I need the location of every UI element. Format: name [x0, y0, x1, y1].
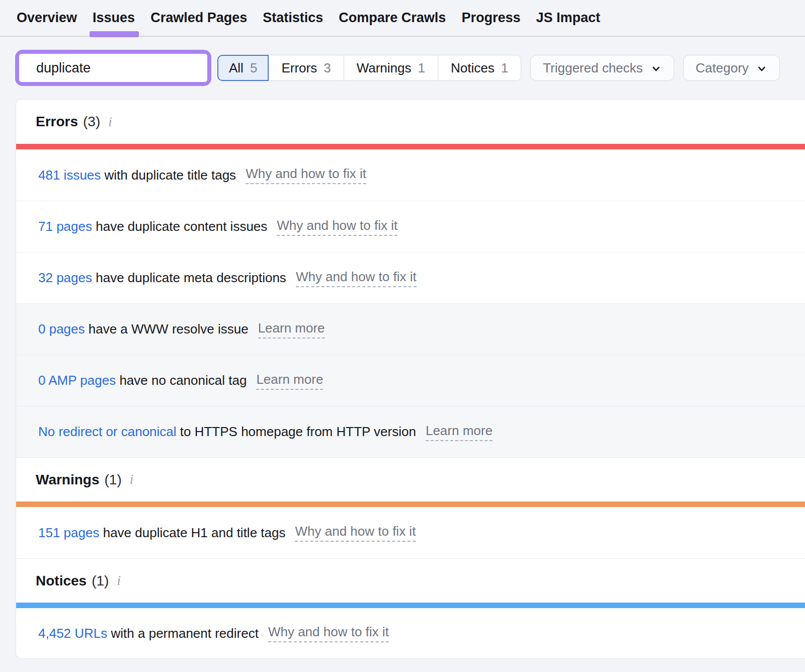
issue-description: have duplicate content issues [92, 219, 267, 234]
filter-all-count: 5 [250, 60, 257, 76]
learn-more-link[interactable]: Learn more [258, 320, 325, 339]
filter-notices[interactable]: Notices 1 [438, 55, 521, 81]
filter-errors[interactable]: Errors 3 [268, 55, 344, 81]
page-background-strip [0, 659, 805, 672]
filter-all-label: All [229, 60, 244, 76]
learn-more-link[interactable]: Learn more [426, 423, 493, 441]
filter-errors-count: 3 [324, 60, 331, 76]
issue-count-link[interactable]: 71 pages [38, 219, 92, 234]
tab-overview[interactable]: Overview [17, 0, 77, 36]
top-navigation: Overview Issues Crawled Pages Statistics… [0, 0, 805, 37]
issue-count-link[interactable]: No redirect or canonical [38, 424, 177, 440]
why-how-to-fix-link[interactable]: Why and how to fix it [277, 218, 397, 236]
issue-row: 71 pages have duplicate content issues W… [16, 201, 805, 252]
issues-list-card: Errors (3) i 481 issues with duplicate t… [16, 99, 805, 659]
tab-js-impact[interactable]: JS Impact [536, 0, 600, 36]
issue-row: 4,452 URLs with a permanent redirect Why… [16, 608, 805, 658]
notices-section-title: Notices [36, 573, 87, 589]
issues-toolbar: All 5 Errors 3 Warnings 1 Notices 1 Trig… [0, 37, 805, 99]
tab-issues-label: Issues [93, 10, 135, 26]
filter-warnings-count: 1 [418, 60, 425, 76]
tab-compare-crawls[interactable]: Compare Crawls [339, 0, 446, 36]
notices-section-header: Notices (1) i [16, 558, 805, 603]
issue-count-link[interactable]: 32 pages [38, 270, 92, 286]
warnings-rows: 151 pages have duplicate H1 and title ta… [16, 507, 805, 558]
filter-notices-label: Notices [451, 60, 495, 76]
issue-description: to HTTPS homepage from HTTP version [177, 424, 416, 440]
info-icon[interactable]: i [117, 573, 121, 589]
issue-count-link[interactable]: 0 AMP pages [38, 373, 116, 388]
tab-crawled-pages[interactable]: Crawled Pages [150, 0, 247, 36]
issue-description: with duplicate title tags [101, 167, 236, 183]
errors-rows: 481 issues with duplicate title tags Why… [16, 149, 805, 457]
issue-count-link[interactable]: 481 issues [38, 167, 101, 183]
why-how-to-fix-link[interactable]: Why and how to fix it [295, 524, 416, 542]
info-icon[interactable]: i [108, 114, 112, 130]
category-dropdown[interactable]: Category [683, 55, 780, 81]
severity-filter-group: All 5 Errors 3 Warnings 1 Notices 1 [217, 55, 521, 81]
issue-search [19, 54, 207, 82]
filter-warnings[interactable]: Warnings 1 [344, 55, 438, 81]
tab-issues[interactable]: Issues [93, 0, 135, 36]
filter-warnings-label: Warnings [357, 60, 412, 76]
filter-notices-count: 1 [501, 60, 508, 76]
warnings-section-header: Warnings (1) i [16, 457, 805, 501]
why-how-to-fix-link[interactable]: Why and how to fix it [268, 624, 389, 642]
triggered-checks-dropdown[interactable]: Triggered checks [530, 55, 674, 81]
chevron-down-icon [756, 63, 767, 74]
errors-section-header: Errors (3) i [16, 100, 805, 144]
issue-description: have duplicate meta descriptions [92, 270, 286, 286]
issue-row: 151 pages have duplicate H1 and title ta… [16, 507, 805, 558]
issue-description: have a WWW resolve issue [85, 321, 249, 337]
errors-section-title: Errors [36, 114, 78, 130]
filter-all[interactable]: All 5 [217, 55, 269, 81]
issue-row: 32 pages have duplicate meta description… [16, 252, 805, 303]
active-tab-underline [90, 31, 139, 37]
chevron-down-icon [651, 63, 662, 74]
why-how-to-fix-link[interactable]: Why and how to fix it [296, 269, 417, 287]
section-warnings: Warnings (1) i 151 pages have duplicate … [16, 457, 805, 558]
tab-statistics[interactable]: Statistics [263, 0, 323, 36]
issue-count-link[interactable]: 0 pages [38, 321, 85, 337]
search-highlight-box [15, 50, 211, 86]
section-notices: Notices (1) i 4,452 URLs with a permanen… [16, 558, 805, 658]
warnings-severity-bar [16, 501, 805, 507]
notices-rows: 4,452 URLs with a permanent redirect Why… [16, 608, 805, 658]
tab-progress[interactable]: Progress [461, 0, 520, 36]
issue-count-link[interactable]: 4,452 URLs [38, 626, 107, 641]
why-how-to-fix-link[interactable]: Why and how to fix it [246, 166, 366, 184]
warnings-section-count: (1) [105, 472, 122, 488]
info-icon[interactable]: i [130, 472, 134, 487]
issue-row: 481 issues with duplicate title tags Why… [16, 149, 805, 201]
issue-description: have duplicate H1 and title tags [99, 525, 285, 541]
issue-description: have no canonical tag [116, 373, 247, 388]
issue-row: 0 pages have a WWW resolve issue Learn m… [16, 303, 805, 355]
warnings-section-title: Warnings [36, 472, 100, 488]
issue-count-link[interactable]: 151 pages [38, 525, 99, 541]
notices-severity-bar [16, 603, 805, 608]
issue-row: No redirect or canonical to HTTPS homepa… [16, 406, 805, 457]
errors-section-count: (3) [83, 114, 100, 130]
learn-more-link[interactable]: Learn more [256, 372, 323, 390]
errors-severity-bar [16, 144, 805, 149]
triggered-checks-label: Triggered checks [543, 60, 642, 76]
category-label: Category [696, 60, 749, 76]
section-errors: Errors (3) i 481 issues with duplicate t… [16, 100, 805, 457]
notices-section-count: (1) [92, 573, 109, 589]
filter-errors-label: Errors [281, 60, 317, 76]
search-input[interactable] [36, 60, 214, 76]
issue-description: with a permanent redirect [107, 626, 259, 641]
issue-row: 0 AMP pages have no canonical tag Learn … [16, 355, 805, 406]
